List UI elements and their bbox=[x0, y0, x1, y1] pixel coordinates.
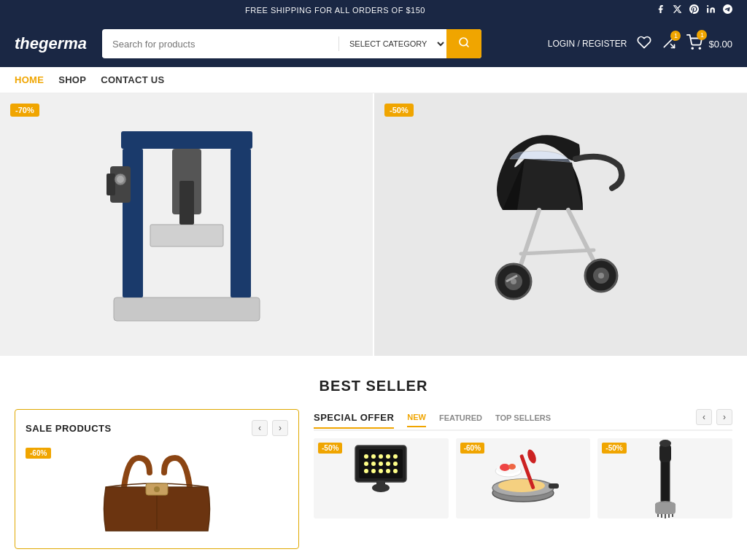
svg-rect-11 bbox=[231, 149, 251, 298]
hero-right-badge: -50% bbox=[384, 104, 414, 117]
svg-rect-65 bbox=[655, 502, 676, 514]
bottom-sections: SALE PRODUCTS ‹ › -60% bbox=[0, 402, 747, 556]
offer-products: -50% bbox=[314, 438, 732, 518]
offer-product-1[interactable]: -50% bbox=[314, 438, 449, 518]
cart-icon: 1 bbox=[686, 34, 703, 54]
sale-product-image bbox=[77, 443, 237, 538]
offer-badge-3: -50% bbox=[602, 443, 626, 454]
sale-badge: -60% bbox=[26, 448, 51, 459]
search-bar: SELECT CATEGORY bbox=[102, 29, 481, 58]
nav-item-contact[interactable]: CONTACT US bbox=[101, 74, 164, 85]
svg-rect-54 bbox=[549, 483, 559, 489]
linkedin-icon[interactable] bbox=[706, 4, 716, 16]
offer-badge-2: -60% bbox=[460, 443, 484, 454]
svg-rect-16 bbox=[107, 174, 115, 195]
offer-product-3[interactable]: -50% bbox=[597, 438, 732, 518]
svg-point-31 bbox=[154, 486, 160, 492]
sale-next-button[interactable]: › bbox=[272, 420, 288, 436]
svg-point-53 bbox=[498, 479, 545, 492]
compare-badge: 1 bbox=[670, 31, 681, 41]
search-input[interactable] bbox=[102, 31, 338, 57]
special-offer-title: SPECIAL OFFER bbox=[314, 412, 394, 429]
svg-point-6 bbox=[700, 47, 701, 49]
sale-products-title: SALE PRODUCTS bbox=[26, 423, 112, 434]
offer-tab-featured[interactable]: FEATURED bbox=[439, 413, 482, 427]
svg-point-56 bbox=[526, 448, 538, 464]
offer-prev-button[interactable]: ‹ bbox=[696, 409, 712, 425]
hero-right[interactable]: -50% bbox=[374, 93, 747, 356]
hero-left[interactable]: -70% bbox=[0, 93, 374, 356]
svg-point-48 bbox=[393, 469, 398, 473]
special-offer-header: SPECIAL OFFER NEW FEATURED TOP SELLERS ‹… bbox=[314, 409, 732, 431]
cart-badge: 1 bbox=[697, 30, 707, 40]
svg-point-27 bbox=[598, 273, 604, 279]
offer-tab-new[interactable]: NEW bbox=[407, 413, 426, 427]
svg-point-42 bbox=[386, 462, 390, 466]
svg-point-44 bbox=[364, 469, 368, 473]
svg-point-18 bbox=[117, 176, 124, 183]
sale-product-item[interactable]: -60% bbox=[26, 443, 288, 538]
offer-product-2-image bbox=[487, 438, 560, 518]
main-nav: HOME SHOP CONTACT US bbox=[0, 67, 747, 93]
offer-tab-topsellers[interactable]: TOP SELLERS bbox=[495, 413, 551, 427]
svg-point-63 bbox=[659, 440, 671, 447]
best-seller-title: BEST SELLER bbox=[15, 378, 732, 394]
nav-item-shop[interactable]: SHOP bbox=[58, 74, 86, 85]
offer-badge-1: -50% bbox=[318, 443, 342, 454]
svg-point-40 bbox=[371, 462, 376, 466]
svg-rect-12 bbox=[150, 225, 223, 246]
svg-point-46 bbox=[379, 469, 383, 473]
nav-item-home[interactable]: HOME bbox=[15, 74, 44, 85]
svg-rect-9 bbox=[114, 298, 260, 321]
svg-rect-14 bbox=[179, 181, 194, 225]
hero-left-badge: -70% bbox=[10, 104, 39, 117]
svg-line-21 bbox=[521, 250, 594, 254]
offer-nav-arrows: ‹ › bbox=[696, 409, 732, 425]
telegram-icon[interactable] bbox=[723, 4, 732, 16]
search-button[interactable] bbox=[446, 29, 481, 58]
sale-nav-arrows: ‹ › bbox=[252, 420, 288, 436]
svg-point-47 bbox=[386, 469, 390, 473]
cart-area[interactable]: 1 $0.00 bbox=[686, 34, 732, 54]
svg-point-39 bbox=[364, 462, 368, 466]
svg-point-37 bbox=[386, 454, 390, 459]
social-links bbox=[656, 4, 732, 16]
header-actions: LOGIN / REGISTER 1 1 $0.00 bbox=[548, 34, 732, 54]
svg-point-59 bbox=[500, 464, 510, 471]
svg-rect-50 bbox=[376, 481, 385, 489]
logo[interactable]: thegerma bbox=[15, 34, 88, 53]
svg-line-2 bbox=[466, 44, 468, 47]
svg-point-35 bbox=[371, 454, 376, 459]
top-banner: FREE SHIPPING FOR ALL ORDERS OF $150 bbox=[0, 0, 747, 20]
svg-point-60 bbox=[508, 464, 516, 470]
cart-price: $0.00 bbox=[708, 39, 732, 50]
login-register-link[interactable]: LOGIN / REGISTER bbox=[548, 39, 627, 49]
svg-line-20 bbox=[568, 210, 597, 268]
wishlist-icon[interactable] bbox=[637, 35, 651, 53]
svg-point-34 bbox=[364, 454, 368, 459]
svg-point-45 bbox=[371, 469, 376, 473]
sale-products-panel: SALE PRODUCTS ‹ › -60% bbox=[15, 409, 299, 549]
offer-product-2[interactable]: -60% bbox=[456, 438, 591, 518]
offer-product-1-image bbox=[344, 438, 417, 518]
svg-point-0 bbox=[707, 5, 708, 7]
sale-prev-button[interactable]: ‹ bbox=[252, 420, 268, 436]
hero-section: -70% -50% bbox=[0, 93, 747, 356]
facebook-icon[interactable] bbox=[656, 4, 665, 16]
banner-text: FREE SHIPPING FOR ALL ORDERS OF $150 bbox=[15, 6, 656, 15]
twitter-x-icon[interactable] bbox=[673, 4, 682, 16]
hero-right-image bbox=[466, 115, 656, 334]
offer-product-3-image bbox=[629, 438, 702, 518]
offer-next-button[interactable]: › bbox=[716, 409, 732, 425]
svg-point-41 bbox=[379, 462, 383, 466]
special-offer-panel: SPECIAL OFFER NEW FEATURED TOP SELLERS ‹… bbox=[314, 409, 732, 549]
svg-rect-8 bbox=[121, 131, 252, 149]
hero-left-image bbox=[107, 122, 267, 327]
pinterest-icon[interactable] bbox=[689, 4, 699, 16]
compare-icon[interactable]: 1 bbox=[662, 35, 676, 53]
svg-point-38 bbox=[393, 454, 398, 459]
category-select[interactable]: SELECT CATEGORY bbox=[339, 31, 446, 56]
svg-point-5 bbox=[692, 47, 694, 49]
best-seller-section: BEST SELLER bbox=[0, 356, 747, 402]
header: thegerma SELECT CATEGORY LOGIN / REGISTE… bbox=[0, 20, 747, 67]
